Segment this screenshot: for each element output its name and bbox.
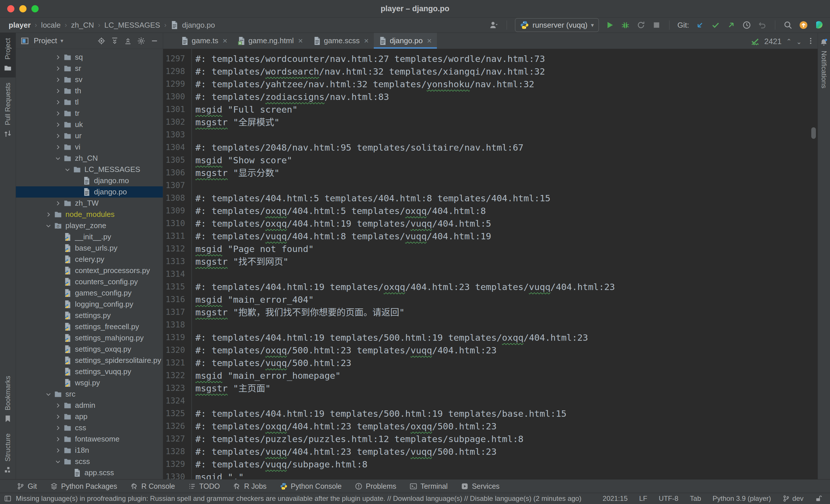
toolwindow-button-services[interactable]: Services [461,482,500,491]
tree-item-css[interactable]: css [16,422,163,433]
update-available-icon[interactable] [799,21,808,30]
coverage-icon[interactable] [636,21,645,30]
caret-position[interactable]: 2021:15 [603,495,628,503]
chevron-right-icon[interactable] [53,424,63,432]
chevron-right-icon[interactable] [53,200,63,207]
chevron-right-icon[interactable] [53,87,63,95]
indent-style[interactable]: Tab [690,495,701,503]
tree-item-base_urls.py[interactable]: base_urls.py [16,242,163,254]
close-icon[interactable]: × [298,36,302,45]
chevron-right-icon[interactable] [53,76,63,83]
tree-item-zh_CN[interactable]: zh_CN [16,153,163,164]
toolwindow-button-r-console[interactable]: R Console [131,482,175,491]
chevron-down-icon[interactable] [43,391,53,398]
toolwindow-button-todo[interactable]: TODO [188,482,220,491]
window-layout-icon[interactable] [4,495,11,502]
tab-game.scss[interactable]: game.scss× [308,33,374,49]
file-encoding[interactable]: UTF-8 [659,495,678,503]
git-update-icon[interactable] [695,21,705,30]
tree-item-logging_config.py[interactable]: logging_config.py [16,299,163,310]
stop-icon[interactable] [652,21,661,30]
tree-item-settings_spidersolitaire.py[interactable]: settings_spidersolitaire.py [16,355,163,366]
chevron-down-icon[interactable]: ▾ [61,37,63,44]
tree-item-tl[interactable]: tl [16,97,163,108]
code-with-me-icon[interactable] [815,21,824,30]
chevron-right-icon[interactable] [53,402,63,409]
tool-stripe-bookmarks[interactable]: Bookmarks [0,371,15,428]
tree-item-th[interactable]: th [16,85,163,97]
history-icon[interactable] [742,21,751,30]
search-icon[interactable] [783,21,793,30]
user-icon[interactable] [489,21,499,30]
tool-stripe-pull-requests[interactable]: Pull Requests [0,77,15,143]
tree-item-sq[interactable]: sq [16,52,163,63]
tab-options-icon[interactable] [807,33,815,49]
toolwindow-button-python-console[interactable]: Python Console [280,482,342,491]
tree-item-tr[interactable]: tr [16,108,163,119]
chevron-right-icon[interactable] [53,65,63,72]
breadcrumb-item[interactable]: zh_CN [71,21,94,30]
tool-stripe-notifications[interactable]: Notifications [818,33,830,94]
tree-item-player_zone[interactable]: player_zone [16,220,163,231]
tree-item-zh_TW[interactable]: zh_TW [16,198,163,209]
toolwindow-button-terminal[interactable]: Terminal [410,482,448,491]
tree-item-admin[interactable]: admin [16,400,163,411]
breadcrumb-item[interactable]: LC_MESSAGES [104,21,160,30]
tree-item-src[interactable]: src [16,389,163,400]
gear-icon[interactable] [137,37,146,45]
python-interpreter[interactable]: Python 3.9 (player) [713,495,771,503]
collapse-all-icon[interactable] [124,37,132,45]
chevron-right-icon[interactable] [53,110,63,117]
tree-item-celery.py[interactable]: celery.py [16,254,163,265]
status-message[interactable]: Missing language(s) in proofreading plug… [16,495,581,503]
tree-item-app.scss[interactable]: app.scss [16,467,163,478]
chevron-down-icon[interactable] [53,155,63,162]
lock-icon[interactable] [815,495,823,502]
git-commit-icon[interactable] [711,21,720,30]
close-icon[interactable]: × [427,36,432,45]
tool-stripe-project[interactable]: Project [0,33,15,77]
chevron-right-icon[interactable] [53,99,63,106]
chevron-right-icon[interactable] [53,121,63,129]
tool-stripe-structure[interactable]: Structure [0,428,15,479]
tree-item-django.mo[interactable]: django.mo [16,175,163,186]
tree-item-django.po[interactable]: django.po [16,186,163,198]
tree-item-i18n[interactable]: i18n [16,445,163,456]
tree-item-sv[interactable]: sv [16,74,163,85]
chevron-right-icon[interactable] [53,54,63,61]
tab-django.po[interactable]: django.po× [374,33,437,49]
breadcrumb-file[interactable]: django.po [182,21,215,30]
run-configuration-select[interactable]: runserver (vuqq) ▾ [515,18,599,32]
tree-item-games_config.py[interactable]: games_config.py [16,288,163,299]
next-issue-icon[interactable]: ⌃ [796,38,801,45]
tree-item-sr[interactable]: sr [16,63,163,74]
tree-item-wsgi.py[interactable]: wsgi.py [16,377,163,389]
tree-item-settings_mahjong.py[interactable]: settings_mahjong.py [16,332,163,344]
tab-game.ts[interactable]: game.ts× [176,33,232,49]
tree-item-uk[interactable]: uk [16,119,163,130]
rollback-icon[interactable] [758,21,767,30]
tree-item-ur[interactable]: ur [16,130,163,141]
breadcrumb-item[interactable]: locale [41,21,61,30]
tree-item-scss[interactable]: scss [16,456,163,467]
close-icon[interactable]: × [223,36,227,45]
tree-item-settings_oxqq.py[interactable]: settings_oxqq.py [16,344,163,355]
tree-item-vi[interactable]: vi [16,141,163,153]
chevron-right-icon[interactable] [53,413,63,421]
tree-item-node_modules[interactable]: node_modules [16,209,163,220]
expand-all-icon[interactable] [110,37,119,45]
debug-button[interactable] [621,21,630,30]
toolwindow-button-r-jobs[interactable]: R Jobs [233,482,266,491]
chevron-down-icon[interactable] [53,458,63,465]
tree-item-fontawesome[interactable]: fontawesome [16,433,163,445]
tree-item-settings_vuqq.py[interactable]: settings_vuqq.py [16,366,163,377]
git-branch[interactable]: dev [783,495,803,503]
line-separator[interactable]: LF [639,495,647,503]
toolwindow-button-problems[interactable]: Problems [355,482,396,491]
chevron-right-icon[interactable] [53,143,63,151]
tab-game.ng.html[interactable]: Hgame.ng.html× [232,33,308,49]
chevron-right-icon[interactable] [53,447,63,454]
hide-panel-icon[interactable] [150,37,159,45]
editor-code[interactable]: #: templates/wordcounter/nav.html:27 tem… [192,49,818,479]
toolwindow-button-git[interactable]: Git [17,482,37,491]
